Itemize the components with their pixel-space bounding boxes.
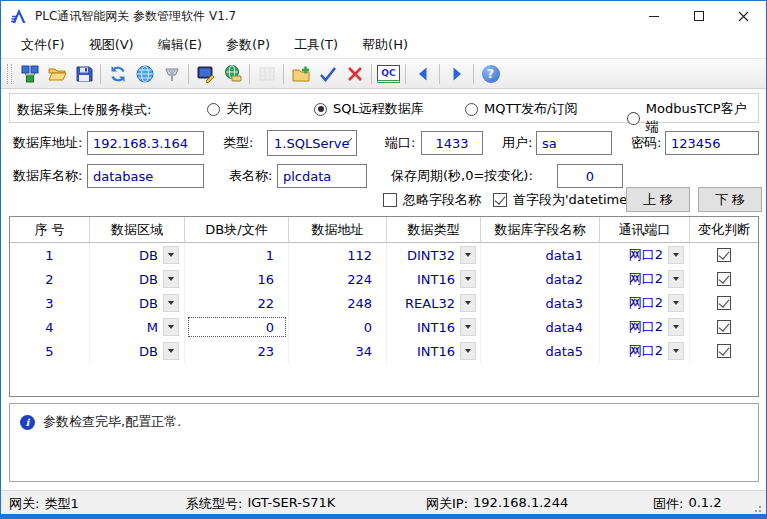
dropdown-button[interactable] (668, 342, 684, 360)
cell-area-value: DB (139, 296, 158, 311)
cell-block[interactable]: 1 (185, 243, 289, 267)
dropdown-button[interactable] (460, 342, 476, 360)
move-down-button[interactable]: 下 移 (698, 187, 762, 212)
db-type-select[interactable]: 1.SQLServe (267, 130, 357, 156)
network-globe-icon[interactable] (131, 61, 158, 86)
menu-help[interactable]: 帮助(H) (350, 32, 420, 58)
radio-mode-sql[interactable]: SQL远程数据库 (314, 100, 424, 118)
dropdown-button[interactable] (460, 270, 476, 288)
cell-port[interactable]: 网口2 (600, 243, 690, 267)
cell-type[interactable]: INT16 (387, 267, 481, 291)
db-address-input[interactable] (87, 131, 204, 155)
help-icon[interactable]: ? (477, 61, 504, 86)
status-bar: 网关: 类型1 系统型号: IGT-SER-S71K 网关IP: 192.168… (1, 490, 766, 516)
cell-block[interactable]: 16 (185, 267, 289, 291)
menu-edit[interactable]: 编辑(E) (146, 32, 214, 58)
dropdown-button[interactable] (163, 342, 179, 360)
cell-address[interactable]: 112 (289, 243, 387, 267)
move-up-button[interactable]: 上 移 (626, 187, 690, 212)
cell-area[interactable]: DB (90, 243, 185, 267)
cell-address[interactable]: 224 (289, 267, 387, 291)
cell-field[interactable]: data3 (481, 291, 600, 315)
change-checkbox[interactable] (717, 296, 731, 310)
cell-field[interactable]: data2 (481, 267, 600, 291)
cell-address[interactable]: 0 (289, 315, 387, 339)
cell-type[interactable]: INT16 (387, 315, 481, 339)
minimize-button[interactable] (631, 1, 676, 31)
change-checkbox[interactable] (717, 320, 731, 334)
dropdown-button[interactable] (668, 246, 684, 264)
dropdown-button[interactable] (460, 294, 476, 312)
resize-grip[interactable] (759, 506, 761, 508)
change-checkbox[interactable] (717, 344, 731, 358)
dropdown-button[interactable] (163, 246, 179, 264)
cell-area[interactable]: DB (90, 291, 185, 315)
ignore-fields-checkbox[interactable]: 忽略字段名称 (383, 191, 481, 209)
dropdown-button[interactable] (460, 246, 476, 264)
dropdown-button[interactable] (163, 294, 179, 312)
db-name-input[interactable] (87, 164, 204, 188)
password-input[interactable] (665, 131, 759, 155)
cell-field[interactable]: data4 (481, 315, 600, 339)
cell-type[interactable]: DINT32 (387, 243, 481, 267)
cell-port[interactable]: 网口2 (600, 339, 690, 363)
cell-port[interactable]: 网口2 (600, 267, 690, 291)
save-period-input[interactable] (557, 164, 623, 188)
table-name-input[interactable] (277, 164, 367, 188)
add-folder-icon[interactable] (287, 61, 314, 86)
upload-mode-label: 数据采集上传服务模式: (17, 101, 151, 119)
dropdown-arrow-icon (168, 349, 174, 353)
cell-address[interactable]: 34 (289, 339, 387, 363)
menu-view[interactable]: 视图(V) (77, 32, 146, 58)
radio-mode-off[interactable]: 关闭 (207, 100, 252, 118)
cell-area[interactable]: DB (90, 339, 185, 363)
menu-tools[interactable]: 工具(T) (282, 32, 350, 58)
dropdown-button[interactable] (668, 294, 684, 312)
cell-area[interactable]: DB (90, 267, 185, 291)
cell-block-focused[interactable]: 0 (185, 315, 289, 339)
apply-check-icon[interactable] (314, 61, 341, 86)
toolbar-separator (439, 64, 440, 84)
first-field-checkbox[interactable]: 首字段为'datetime' (493, 191, 631, 209)
minimize-icon (649, 16, 659, 17)
cell-field[interactable]: data1 (481, 243, 600, 267)
dropdown-button[interactable] (668, 270, 684, 288)
prev-arrow-icon[interactable] (409, 61, 436, 86)
close-button[interactable] (721, 1, 766, 31)
qc-tool-icon[interactable]: QC (375, 61, 402, 86)
dropdown-button[interactable] (163, 270, 179, 288)
radio-mode-mqtt[interactable]: MQTT发布/订阅 (465, 100, 577, 118)
cell-block[interactable]: 22 (185, 291, 289, 315)
remote-config-icon[interactable] (219, 61, 246, 86)
cell-address[interactable]: 248 (289, 291, 387, 315)
cell-block[interactable]: 23 (185, 339, 289, 363)
cell-area[interactable]: M (90, 315, 185, 339)
toolbar-separator (283, 64, 284, 84)
network-connect-icon[interactable] (16, 61, 43, 86)
open-file-icon[interactable] (43, 61, 70, 86)
monitor-edit-icon[interactable] (192, 61, 219, 86)
edit-cell[interactable]: 0 (188, 317, 286, 337)
menu-file[interactable]: 文件(F) (9, 32, 77, 58)
cell-port[interactable]: 网口2 (600, 315, 690, 339)
cell-field[interactable]: data5 (481, 339, 600, 363)
next-arrow-icon[interactable] (443, 61, 470, 86)
delete-cross-icon[interactable] (341, 61, 368, 86)
port-input[interactable] (421, 131, 483, 155)
maximize-button[interactable] (676, 1, 721, 31)
menu-params[interactable]: 参数(P) (214, 32, 282, 58)
dropdown-button[interactable] (163, 318, 179, 336)
refresh-icon[interactable] (104, 61, 131, 86)
cell-type[interactable]: INT16 (387, 339, 481, 363)
change-checkbox[interactable] (717, 248, 731, 262)
change-checkbox[interactable] (717, 272, 731, 286)
cell-port[interactable]: 网口2 (600, 291, 690, 315)
dropdown-button[interactable] (460, 318, 476, 336)
dropdown-button[interactable] (668, 318, 684, 336)
save-icon[interactable] (70, 61, 97, 86)
user-input[interactable] (536, 131, 612, 155)
toolbar-gripper[interactable] (7, 64, 12, 84)
cell-no: 4 (10, 315, 90, 339)
cell-type[interactable]: REAL32 (387, 291, 481, 315)
serial-port-icon[interactable] (158, 61, 185, 86)
